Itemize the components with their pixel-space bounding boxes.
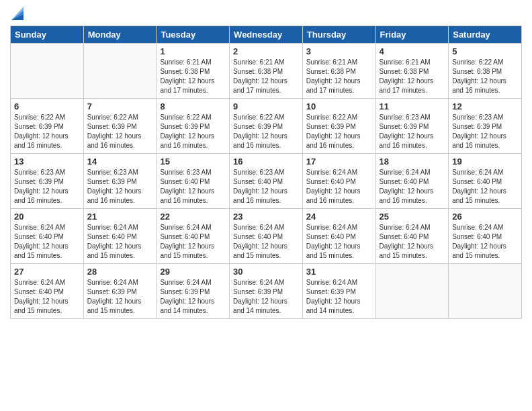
day-info: Sunrise: 6:24 AM Sunset: 6:39 PM Dayligh… xyxy=(306,278,372,316)
day-info: Sunrise: 6:21 AM Sunset: 6:38 PM Dayligh… xyxy=(160,58,226,95)
day-info: Sunrise: 6:24 AM Sunset: 6:40 PM Dayligh… xyxy=(14,278,80,316)
day-info: Sunrise: 6:24 AM Sunset: 6:40 PM Dayligh… xyxy=(160,223,226,261)
column-header-wednesday: Wednesday xyxy=(230,26,303,44)
day-info: Sunrise: 6:22 AM Sunset: 6:39 PM Dayligh… xyxy=(233,113,299,150)
day-number: 19 xyxy=(452,156,518,167)
day-info: Sunrise: 6:24 AM Sunset: 6:40 PM Dayligh… xyxy=(87,223,153,261)
week-row-1: 1Sunrise: 6:21 AM Sunset: 6:38 PM Daylig… xyxy=(11,44,522,99)
day-info: Sunrise: 6:21 AM Sunset: 6:38 PM Dayligh… xyxy=(233,58,299,95)
day-number: 2 xyxy=(233,46,299,56)
day-info: Sunrise: 6:24 AM Sunset: 6:40 PM Dayligh… xyxy=(380,168,445,205)
day-number: 13 xyxy=(14,156,80,167)
day-cell: 5Sunrise: 6:22 AM Sunset: 6:38 PM Daylig… xyxy=(449,44,522,99)
day-number: 4 xyxy=(380,46,445,56)
column-header-monday: Monday xyxy=(83,26,157,44)
day-cell: 3Sunrise: 6:21 AM Sunset: 6:38 PM Daylig… xyxy=(302,44,375,99)
day-number: 15 xyxy=(160,156,226,167)
day-number: 23 xyxy=(233,212,299,222)
day-number: 26 xyxy=(452,212,518,222)
day-info: Sunrise: 6:24 AM Sunset: 6:40 PM Dayligh… xyxy=(452,168,518,205)
week-row-5: 27Sunrise: 6:24 AM Sunset: 6:40 PM Dayli… xyxy=(11,264,522,319)
day-info: Sunrise: 6:24 AM Sunset: 6:40 PM Dayligh… xyxy=(380,223,445,261)
day-number: 18 xyxy=(380,156,445,167)
day-cell: 14Sunrise: 6:23 AM Sunset: 6:39 PM Dayli… xyxy=(83,154,157,209)
day-info: Sunrise: 6:23 AM Sunset: 6:39 PM Dayligh… xyxy=(14,168,80,205)
day-info: Sunrise: 6:21 AM Sunset: 6:38 PM Dayligh… xyxy=(380,58,445,95)
day-number: 6 xyxy=(14,101,80,111)
week-row-4: 20Sunrise: 6:24 AM Sunset: 6:40 PM Dayli… xyxy=(11,209,522,264)
day-cell xyxy=(83,44,157,99)
day-cell: 25Sunrise: 6:24 AM Sunset: 6:40 PM Dayli… xyxy=(375,209,449,264)
day-cell: 24Sunrise: 6:24 AM Sunset: 6:40 PM Dayli… xyxy=(302,209,375,264)
day-cell: 2Sunrise: 6:21 AM Sunset: 6:38 PM Daylig… xyxy=(230,44,303,99)
column-header-friday: Friday xyxy=(375,26,449,44)
day-number: 29 xyxy=(160,267,226,277)
day-info: Sunrise: 6:24 AM Sunset: 6:40 PM Dayligh… xyxy=(14,223,80,261)
day-cell: 1Sunrise: 6:21 AM Sunset: 6:38 PM Daylig… xyxy=(157,44,230,99)
day-number: 7 xyxy=(87,101,153,111)
day-number: 12 xyxy=(452,101,518,111)
day-cell: 11Sunrise: 6:23 AM Sunset: 6:39 PM Dayli… xyxy=(375,99,449,154)
logo-text xyxy=(10,7,24,20)
day-info: Sunrise: 6:23 AM Sunset: 6:39 PM Dayligh… xyxy=(380,113,445,150)
header-row: SundayMondayTuesdayWednesdayThursdayFrid… xyxy=(11,26,522,44)
day-number: 17 xyxy=(306,156,372,167)
day-cell: 31Sunrise: 6:24 AM Sunset: 6:39 PM Dayli… xyxy=(302,264,375,319)
day-cell: 13Sunrise: 6:23 AM Sunset: 6:39 PM Dayli… xyxy=(11,154,84,209)
day-number: 25 xyxy=(380,212,445,222)
day-info: Sunrise: 6:24 AM Sunset: 6:39 PM Dayligh… xyxy=(160,278,226,316)
day-info: Sunrise: 6:22 AM Sunset: 6:39 PM Dayligh… xyxy=(160,113,226,150)
day-number: 9 xyxy=(233,101,299,111)
day-cell xyxy=(449,264,522,319)
day-cell: 19Sunrise: 6:24 AM Sunset: 6:40 PM Dayli… xyxy=(449,154,522,209)
column-header-sunday: Sunday xyxy=(11,26,84,44)
column-header-tuesday: Tuesday xyxy=(157,26,230,44)
header xyxy=(10,7,522,20)
day-info: Sunrise: 6:22 AM Sunset: 6:39 PM Dayligh… xyxy=(14,113,80,150)
day-info: Sunrise: 6:22 AM Sunset: 6:39 PM Dayligh… xyxy=(87,113,153,150)
day-number: 16 xyxy=(233,156,299,167)
day-info: Sunrise: 6:24 AM Sunset: 6:40 PM Dayligh… xyxy=(233,223,299,261)
day-info: Sunrise: 6:23 AM Sunset: 6:40 PM Dayligh… xyxy=(160,168,226,205)
calendar-table: SundayMondayTuesdayWednesdayThursdayFrid… xyxy=(10,26,522,319)
day-cell: 4Sunrise: 6:21 AM Sunset: 6:38 PM Daylig… xyxy=(375,44,449,99)
logo xyxy=(10,7,24,20)
day-cell: 27Sunrise: 6:24 AM Sunset: 6:40 PM Dayli… xyxy=(11,264,84,319)
day-cell: 7Sunrise: 6:22 AM Sunset: 6:39 PM Daylig… xyxy=(83,99,157,154)
day-cell xyxy=(11,44,84,99)
day-info: Sunrise: 6:23 AM Sunset: 6:40 PM Dayligh… xyxy=(233,168,299,205)
week-row-3: 13Sunrise: 6:23 AM Sunset: 6:39 PM Dayli… xyxy=(11,154,522,209)
day-cell: 12Sunrise: 6:23 AM Sunset: 6:39 PM Dayli… xyxy=(449,99,522,154)
day-cell: 26Sunrise: 6:24 AM Sunset: 6:40 PM Dayli… xyxy=(449,209,522,264)
day-number: 27 xyxy=(14,267,80,277)
week-row-2: 6Sunrise: 6:22 AM Sunset: 6:39 PM Daylig… xyxy=(11,99,522,154)
day-cell: 8Sunrise: 6:22 AM Sunset: 6:39 PM Daylig… xyxy=(157,99,230,154)
day-cell: 22Sunrise: 6:24 AM Sunset: 6:40 PM Dayli… xyxy=(157,209,230,264)
day-cell: 6Sunrise: 6:22 AM Sunset: 6:39 PM Daylig… xyxy=(11,99,84,154)
day-info: Sunrise: 6:23 AM Sunset: 6:39 PM Dayligh… xyxy=(452,113,518,150)
column-header-saturday: Saturday xyxy=(449,26,522,44)
day-info: Sunrise: 6:24 AM Sunset: 6:39 PM Dayligh… xyxy=(233,278,299,316)
day-cell xyxy=(375,264,449,319)
page: SundayMondayTuesdayWednesdayThursdayFrid… xyxy=(0,0,532,411)
day-cell: 17Sunrise: 6:24 AM Sunset: 6:40 PM Dayli… xyxy=(302,154,375,209)
day-info: Sunrise: 6:22 AM Sunset: 6:38 PM Dayligh… xyxy=(452,58,518,95)
day-info: Sunrise: 6:21 AM Sunset: 6:38 PM Dayligh… xyxy=(306,58,372,95)
logo-icon xyxy=(11,5,24,20)
day-number: 8 xyxy=(160,101,226,111)
day-cell: 23Sunrise: 6:24 AM Sunset: 6:40 PM Dayli… xyxy=(230,209,303,264)
day-number: 20 xyxy=(14,212,80,222)
day-number: 22 xyxy=(160,212,226,222)
day-cell: 20Sunrise: 6:24 AM Sunset: 6:40 PM Dayli… xyxy=(11,209,84,264)
day-cell: 16Sunrise: 6:23 AM Sunset: 6:40 PM Dayli… xyxy=(230,154,303,209)
day-info: Sunrise: 6:24 AM Sunset: 6:39 PM Dayligh… xyxy=(87,278,153,316)
day-info: Sunrise: 6:22 AM Sunset: 6:39 PM Dayligh… xyxy=(306,113,372,150)
day-number: 30 xyxy=(233,267,299,277)
day-info: Sunrise: 6:24 AM Sunset: 6:40 PM Dayligh… xyxy=(452,223,518,261)
day-number: 21 xyxy=(87,212,153,222)
day-number: 3 xyxy=(306,46,372,56)
day-number: 5 xyxy=(452,46,518,56)
day-info: Sunrise: 6:24 AM Sunset: 6:40 PM Dayligh… xyxy=(306,223,372,261)
day-number: 11 xyxy=(380,101,445,111)
day-info: Sunrise: 6:24 AM Sunset: 6:40 PM Dayligh… xyxy=(306,168,372,205)
